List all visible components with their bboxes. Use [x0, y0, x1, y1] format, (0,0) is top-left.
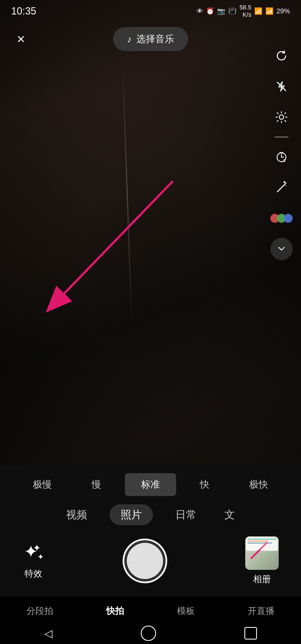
music-button-label: 选择音乐 — [136, 33, 174, 45]
signal-icon: 📶 — [265, 8, 274, 14]
svg-line-18 — [251, 542, 268, 559]
speed-option-very-fast[interactable]: 极快 — [233, 473, 284, 496]
flash-off-icon — [275, 79, 288, 93]
home-button[interactable] — [141, 626, 156, 641]
blue-circle — [284, 214, 293, 223]
nav-tab-live[interactable]: 开直播 — [242, 602, 280, 620]
svg-point-1 — [279, 115, 284, 119]
more-options-button[interactable] — [270, 238, 293, 260]
bottom-nav: 分段拍 快拍 模板 开直播 ◁ — [0, 597, 301, 644]
right-toolbar: 3 ✦ + · — [270, 45, 293, 260]
camera-icon: 📷 — [217, 8, 225, 14]
settings-button[interactable] — [270, 106, 293, 128]
speed-option-standard[interactable]: 标准 — [125, 473, 176, 496]
refresh-icon — [275, 49, 288, 63]
toolbar-divider — [275, 137, 288, 137]
vibrate-icon: 📳 — [228, 8, 237, 14]
mode-daily[interactable]: 日常 — [170, 505, 202, 525]
battery-percent: 29% — [276, 8, 290, 14]
top-bar: × ♪ 选择音乐 — [0, 22, 301, 56]
settings-icon — [275, 110, 288, 124]
bottom-panel: 极慢 慢 标准 快 极快 视频 照片 日常 文 ✦ ✦ ✦ 特效 — [0, 465, 301, 597]
mode-text[interactable]: 文 — [219, 505, 241, 525]
android-nav: ◁ — [0, 623, 301, 644]
mode-selector: 视频 照片 日常 文 — [0, 502, 301, 531]
svg-text:3: 3 — [283, 158, 285, 163]
timer-icon: 3 — [274, 149, 289, 165]
wifi-icon: 📶 — [254, 8, 263, 14]
effects-label: 特效 — [25, 568, 42, 580]
svg-text:✦: ✦ — [37, 553, 44, 561]
chevron-down-icon — [276, 244, 287, 254]
speed-option-slow[interactable]: 慢 — [71, 473, 122, 496]
magic-wand-icon: ✦ + · — [275, 181, 288, 195]
effects-sparkle-icon: ✦ ✦ ✦ — [22, 542, 45, 564]
music-note-icon: ♪ — [127, 34, 132, 45]
mode-photo[interactable]: 照片 — [110, 504, 153, 525]
shutter-inner — [127, 543, 163, 579]
svg-text:✦: ✦ — [33, 543, 41, 553]
album-button[interactable]: 相册 — [245, 536, 279, 585]
timer-button[interactable]: 3 — [270, 146, 293, 168]
back-button[interactable]: ◁ — [44, 627, 52, 640]
album-thumbnail — [245, 536, 279, 570]
mode-video[interactable]: 视频 — [60, 505, 93, 525]
flash-off-button[interactable] — [270, 75, 293, 98]
nav-tab-quick[interactable]: 快拍 — [101, 602, 130, 620]
album-label: 相册 — [253, 573, 271, 585]
effects-button[interactable]: ✦ ✦ ✦ 特效 — [22, 542, 45, 580]
svg-text:+: + — [285, 184, 287, 188]
refresh-button[interactable] — [270, 45, 293, 67]
speed-selector: 极慢 慢 标准 快 极快 — [0, 465, 301, 502]
nav-tab-segment[interactable]: 分段拍 — [21, 602, 59, 620]
nav-tab-template[interactable]: 模板 — [171, 602, 200, 620]
magic-wand-button[interactable]: ✦ + · — [270, 176, 293, 199]
close-button[interactable]: × — [11, 29, 31, 49]
album-thumb-content — [245, 536, 279, 570]
music-select-button[interactable]: ♪ 选择音乐 — [113, 27, 188, 51]
svg-text:·: · — [280, 181, 281, 183]
nav-tabs: 分段拍 快拍 模板 开直播 — [0, 597, 301, 623]
speed-option-very-slow[interactable]: 极慢 — [17, 473, 68, 496]
color-circles — [270, 214, 293, 223]
status-bar: 10:35 👁 ⏰ 📷 📳 58.5 K/s 📶 📶 29% — [0, 0, 301, 22]
camera-viewfinder — [0, 0, 301, 507]
light-streak — [122, 51, 132, 330]
status-time: 10:35 — [11, 5, 36, 17]
alarm-icon: ⏰ — [206, 8, 214, 14]
speed-option-fast[interactable]: 快 — [179, 473, 230, 496]
svg-line-8 — [277, 185, 284, 192]
network-speed: 58.5 K/s — [239, 4, 251, 19]
shutter-area: ✦ ✦ ✦ 特效 — [0, 531, 301, 597]
recent-apps-button[interactable] — [244, 627, 257, 640]
eye-icon: 👁 — [196, 8, 203, 14]
shutter-button[interactable] — [123, 539, 167, 583]
color-circles-button[interactable] — [270, 207, 293, 229]
status-icons: 👁 ⏰ 📷 📳 58.5 K/s 📶 📶 29% — [196, 4, 290, 19]
